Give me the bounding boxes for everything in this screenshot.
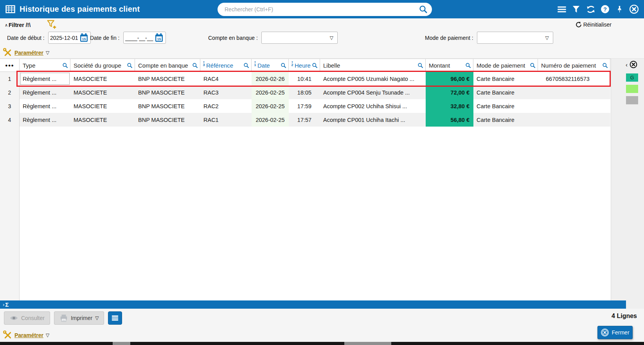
consulter-button[interactable]: Consulter <box>4 311 50 325</box>
column-search-icon[interactable] <box>465 63 471 68</box>
cell-date[interactable]: 2026-02-26 <box>252 72 289 86</box>
date-start-input[interactable] <box>50 35 78 41</box>
legend-swatch[interactable] <box>626 96 638 104</box>
cell-compte[interactable]: BNP MASOCIETE <box>135 86 200 99</box>
cell-societe[interactable]: MASOCIETE <box>70 72 135 86</box>
cell-heure[interactable]: 17:59 <box>289 99 320 113</box>
chevron-down-icon[interactable]: ▽ <box>95 316 99 320</box>
date-end-field[interactable]: 15 <box>123 32 166 44</box>
parametrer-link-top[interactable]: Paramétrer ▽ <box>3 48 49 57</box>
filter-icon[interactable] <box>571 4 581 14</box>
cell-type[interactable]: Règlement ... <box>20 113 70 127</box>
cell-societe[interactable]: MASOCIETE <box>70 86 135 99</box>
table-row[interactable]: 1 Règlement ...MASOCIETEBNP MASOCIETERAC… <box>0 72 610 86</box>
cell-reference[interactable]: RAC1 <box>200 113 252 127</box>
close-icon[interactable] <box>629 4 639 14</box>
column-search-icon[interactable] <box>127 63 133 68</box>
collapse-caret-icon[interactable]: ∧ <box>5 23 8 28</box>
cell-montant[interactable]: 96,00 € <box>426 72 473 86</box>
calendar-icon[interactable]: 15 <box>155 33 164 43</box>
search-input[interactable] <box>225 6 419 13</box>
cell-date[interactable]: 2026-02-25 <box>252 99 289 113</box>
cell-libelle[interactable]: Acompte CP005 Uzumaki Nagato ... <box>320 72 426 86</box>
cell-type[interactable]: Règlement ... <box>20 72 70 86</box>
cell-montant[interactable]: 56,80 € <box>426 113 473 127</box>
column-header-type[interactable]: Type <box>20 59 70 72</box>
column-search-icon[interactable] <box>281 63 286 68</box>
close-panel-icon[interactable] <box>630 61 637 68</box>
cell-montant[interactable]: 72,00 € <box>426 86 473 99</box>
cell-mode[interactable]: Carte Bancaire <box>473 86 538 99</box>
cell-libelle[interactable]: Acompte CP001 Uchiha Itachi ... <box>320 113 426 127</box>
cell-numero[interactable]: 66705832116573 <box>538 72 610 86</box>
cell-compte[interactable]: BNP MASOCIETE <box>135 99 200 113</box>
column-search-icon[interactable] <box>192 63 198 68</box>
expand-sum-icon[interactable]: › <box>3 302 4 307</box>
table-row[interactable]: 4 Règlement ...MASOCIETEBNP MASOCIETERAC… <box>0 113 610 127</box>
legend-swatch[interactable] <box>626 85 638 93</box>
refresh-icon[interactable] <box>585 4 596 14</box>
cell-heure[interactable]: 17:57 <box>289 113 320 127</box>
cell-mode[interactable]: Carte Bancaire <box>473 99 538 113</box>
grid-corner-menu[interactable]: ●●● <box>0 59 20 72</box>
imprimer-button[interactable]: Imprimer ▽ <box>54 311 104 325</box>
date-start-field[interactable]: 15 <box>48 32 91 44</box>
column-header-societe[interactable]: Société du groupe <box>70 59 135 72</box>
cell-heure[interactable]: 18:05 <box>289 86 320 99</box>
cell-reference[interactable]: RAC3 <box>200 86 252 99</box>
cell-mode[interactable]: Carte Bancaire <box>473 113 538 127</box>
column-header-mode[interactable]: Mode de paiement <box>473 59 538 72</box>
cell-libelle[interactable]: Acompte CP004 Senju Tsunade ... <box>320 86 426 99</box>
column-header-heure[interactable]: ▼2 Heure <box>289 59 320 72</box>
cell-type[interactable]: Règlement ... <box>20 99 70 113</box>
cell-mode[interactable]: Carte Bancaire <box>473 72 538 86</box>
column-search-icon[interactable] <box>602 63 608 68</box>
column-search-icon[interactable] <box>243 63 249 68</box>
bank-account-select[interactable]: ▽ <box>261 32 338 44</box>
date-end-input[interactable] <box>125 35 153 41</box>
column-header-compte[interactable]: Compte en banque <box>135 59 200 72</box>
parametrer-link-bottom[interactable]: Paramétrer ▽ <box>3 331 49 340</box>
column-header-libelle[interactable]: Libelle <box>320 59 426 72</box>
cell-date[interactable]: 2026-02-25 <box>252 113 289 127</box>
cell-numero[interactable] <box>538 86 610 99</box>
reset-filters-button[interactable]: Réinitialiser <box>576 21 612 28</box>
menu-icon[interactable] <box>556 4 567 14</box>
column-search-icon[interactable] <box>62 63 68 68</box>
column-header-reference[interactable]: ▼3 Référence <box>200 59 252 72</box>
calendar-icon[interactable]: 15 <box>79 33 88 43</box>
cell-libelle[interactable]: Acompte CP002 Uchiha Shisui ... <box>320 99 426 113</box>
help-icon[interactable]: ? <box>600 4 610 14</box>
cell-heure[interactable]: 10:41 <box>289 72 320 86</box>
chevron-down-icon[interactable]: ▽ <box>46 333 49 338</box>
cell-societe[interactable]: MASOCIETE <box>70 99 135 113</box>
cell-type[interactable]: Règlement ... <box>20 86 70 99</box>
table-row[interactable]: 3 Règlement ...MASOCIETEBNP MASOCIETERAC… <box>0 99 610 113</box>
collapse-panel-icon[interactable]: ‹ <box>626 62 628 68</box>
column-header-numero[interactable]: Numéro de paiement <box>538 59 610 72</box>
column-header-montant[interactable]: Montant <box>426 59 473 72</box>
column-search-icon[interactable] <box>530 63 536 68</box>
cell-numero[interactable] <box>538 99 610 113</box>
global-search[interactable] <box>218 3 432 16</box>
cell-date[interactable]: 2026-02-25 <box>252 86 289 99</box>
cell-reference[interactable]: RAC4 <box>200 72 252 86</box>
table-row[interactable]: 2 Règlement ...MASOCIETEBNP MASOCIETERAC… <box>0 86 610 99</box>
cell-reference[interactable]: RAC2 <box>200 99 252 113</box>
chevron-down-icon[interactable]: ▽ <box>46 50 49 55</box>
search-icon[interactable] <box>419 5 428 14</box>
cell-compte[interactable]: BNP MASOCIETE <box>135 113 200 127</box>
legend-swatch[interactable]: G <box>626 73 638 82</box>
column-search-icon[interactable] <box>417 63 423 68</box>
filter-header[interactable]: ∧ Filtrer /!\ <box>5 22 31 28</box>
cell-montant[interactable]: 32,80 € <box>426 99 473 113</box>
cell-compte[interactable]: BNP MASOCIETE <box>135 72 200 86</box>
column-search-icon[interactable] <box>312 63 318 68</box>
add-filter-icon[interactable] <box>46 19 57 31</box>
grid-menu-button[interactable] <box>108 311 122 325</box>
payment-mode-select[interactable]: ▽ <box>477 32 553 44</box>
fermer-button[interactable]: Fermer <box>597 326 633 339</box>
cell-societe[interactable]: MASOCIETE <box>70 113 135 127</box>
cell-numero[interactable] <box>538 113 610 127</box>
pin-icon[interactable] <box>614 4 625 14</box>
